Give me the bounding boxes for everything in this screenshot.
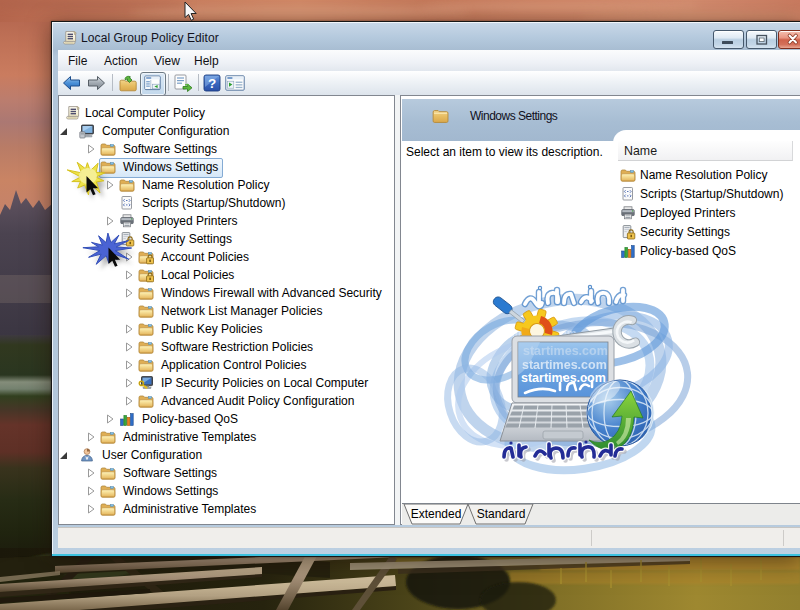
svg-text:startimes.com: startimes.com xyxy=(522,358,607,372)
svg-text:Extended: Extended xyxy=(411,507,462,521)
svg-text:Standard: Standard xyxy=(477,507,526,521)
svg-text:startimes.com: startimes.com xyxy=(523,344,608,358)
svg-text:?: ? xyxy=(208,76,216,91)
